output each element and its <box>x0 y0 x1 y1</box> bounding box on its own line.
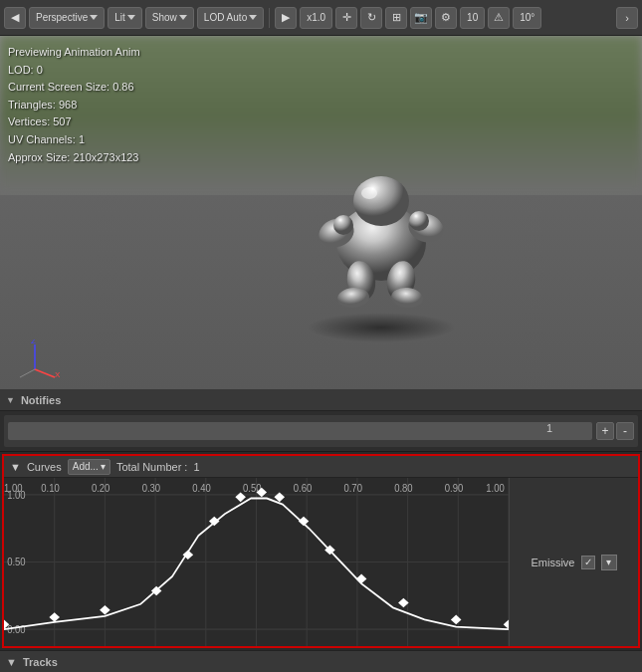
curve-dropdown-icon: ▾ <box>606 557 611 567</box>
curves-label: Curves <box>27 461 62 473</box>
viewport-title: Previewing Animation Anim <box>8 44 140 62</box>
hud-approx-size: Approx Size: 210x273x123 <box>8 149 140 167</box>
rotate-icon[interactable]: ↻ <box>360 7 382 29</box>
show-label: Show <box>152 12 177 23</box>
check-icon: ✓ <box>584 557 592 567</box>
lit-dropdown-icon <box>127 15 135 20</box>
curves-graph: 1.00 0.10 0.20 0.30 0.40 0.50 0.60 0.70 … <box>4 478 509 646</box>
svg-text:0.80: 0.80 <box>394 483 413 495</box>
svg-text:0.10: 0.10 <box>41 483 60 495</box>
hud-triangles: Triangles: 968 <box>8 97 140 114</box>
play-icon[interactable]: ▶ <box>275 7 297 29</box>
svg-text:Z: Z <box>31 339 36 345</box>
perspective-label: Perspective <box>36 12 88 23</box>
notify-add-button[interactable]: + <box>596 422 614 440</box>
curves-total-label: Total Number : <box>116 461 188 473</box>
curve-name: Emissive <box>531 557 574 568</box>
toolbar: ◀ Perspective Lit Show LOD Auto ▶ x1.0 ✛… <box>0 0 642 36</box>
zoom-label: x1.0 <box>307 12 325 23</box>
lit-label: Lit <box>114 12 125 23</box>
tracks-label: Tracks <box>23 656 58 668</box>
notifies-collapse-arrow[interactable]: ▼ <box>6 395 15 405</box>
show-dropdown-icon <box>179 15 187 20</box>
hud-text: Previewing Animation Anim LOD: 0 Current… <box>8 44 140 166</box>
lit-button[interactable]: Lit <box>107 7 142 29</box>
move-icon[interactable]: ✛ <box>335 7 357 29</box>
svg-point-10 <box>409 211 429 231</box>
svg-text:0.40: 0.40 <box>192 483 211 495</box>
lod-button[interactable]: LOD Auto <box>197 7 264 29</box>
show-button[interactable]: Show <box>145 7 194 29</box>
svg-text:0.30: 0.30 <box>142 483 161 495</box>
notify-track-buttons: + - <box>596 422 634 440</box>
curve-checkbox[interactable]: ✓ <box>581 556 595 569</box>
svg-text:0.50: 0.50 <box>7 557 26 568</box>
curves-body: 1.00 0.10 0.20 0.30 0.40 0.50 0.60 0.70 … <box>4 478 638 646</box>
notifies-header: ▼ Notifies <box>0 389 642 411</box>
viewport[interactable]: Previewing Animation Anim LOD: 0 Current… <box>0 36 642 389</box>
camera-icon[interactable]: 📷 <box>410 7 432 29</box>
hud-vertices: Vertices: 507 <box>8 113 140 131</box>
curve-item: Emissive ✓ ▾ <box>531 555 616 570</box>
svg-line-15 <box>20 369 35 377</box>
lod-value-button[interactable]: 10 <box>460 7 485 29</box>
curves-sidebar: Emissive ✓ ▾ <box>509 478 638 646</box>
svg-text:0.60: 0.60 <box>294 483 313 495</box>
svg-line-13 <box>35 369 55 377</box>
model-svg <box>282 133 481 333</box>
curves-collapse-arrow[interactable]: ▼ <box>10 461 21 473</box>
scale-icon[interactable]: ⊞ <box>385 7 407 29</box>
tracks-section: ▼ Tracks <box>0 650 642 672</box>
curves-add-dropdown-icon: ▾ <box>101 461 106 472</box>
curves-section: ▼ Curves Add... ▾ Total Number : 1 <box>2 454 640 648</box>
svg-text:X: X <box>55 370 61 379</box>
svg-point-8 <box>361 187 377 199</box>
back-icon[interactable]: ◀ <box>4 7 26 29</box>
settings-icon[interactable]: ⚙ <box>435 7 457 29</box>
curves-add-button[interactable]: Add... ▾ <box>68 459 110 475</box>
separator-1 <box>269 8 270 28</box>
curves-svg: 1.00 0.10 0.20 0.30 0.40 0.50 0.60 0.70 … <box>4 478 509 646</box>
lod-value-label: 10 <box>467 12 478 23</box>
hud-uv-channels: UV Channels: 1 <box>8 131 140 149</box>
notify-track-value: 1 <box>546 422 552 434</box>
chevron-right-icon[interactable]: › <box>616 7 638 29</box>
svg-point-1 <box>353 176 409 226</box>
axis-svg: Z X <box>15 339 65 379</box>
notify-remove-button[interactable]: - <box>616 422 634 440</box>
curves-header: ▼ Curves Add... ▾ Total Number : 1 <box>4 456 638 478</box>
lod-dropdown-icon <box>249 15 257 20</box>
svg-text:0.70: 0.70 <box>343 483 362 495</box>
angle-label: 10° <box>520 12 535 23</box>
angle-button[interactable]: 10° <box>513 7 541 29</box>
lod-label: LOD Auto <box>204 12 247 23</box>
svg-point-9 <box>333 215 353 235</box>
hud-lod: LOD: 0 <box>8 62 140 80</box>
notifies-section: ▼ Notifies 1 + - <box>0 389 642 452</box>
tracks-collapse-arrow[interactable]: ▼ <box>6 656 17 668</box>
hud-screen-size: Current Screen Size: 0.86 <box>8 79 140 97</box>
model-shadow <box>307 313 456 342</box>
curves-total-value: 1 <box>193 461 199 473</box>
perspective-button[interactable]: Perspective <box>29 7 105 29</box>
notify-track: 1 + - <box>4 415 638 447</box>
zoom-button[interactable]: x1.0 <box>300 7 332 29</box>
svg-text:1.00: 1.00 <box>7 489 26 501</box>
svg-text:1.00: 1.00 <box>486 483 505 495</box>
svg-text:0.90: 0.90 <box>445 483 464 495</box>
curves-add-label: Add... <box>73 461 99 472</box>
3d-model <box>282 133 481 333</box>
notifies-label: Notifies <box>21 394 61 406</box>
bottom-panel: ▼ Notifies 1 + - ▼ Curves Add... ▾ Total… <box>0 389 642 672</box>
perspective-dropdown-icon <box>90 15 98 20</box>
svg-text:0.20: 0.20 <box>92 483 110 495</box>
curve-dropdown-button[interactable]: ▾ <box>601 555 617 570</box>
axis-indicator: Z X <box>15 339 65 379</box>
notify-track-bar: 1 <box>8 422 592 440</box>
warning-icon[interactable]: ⚠ <box>488 7 510 29</box>
